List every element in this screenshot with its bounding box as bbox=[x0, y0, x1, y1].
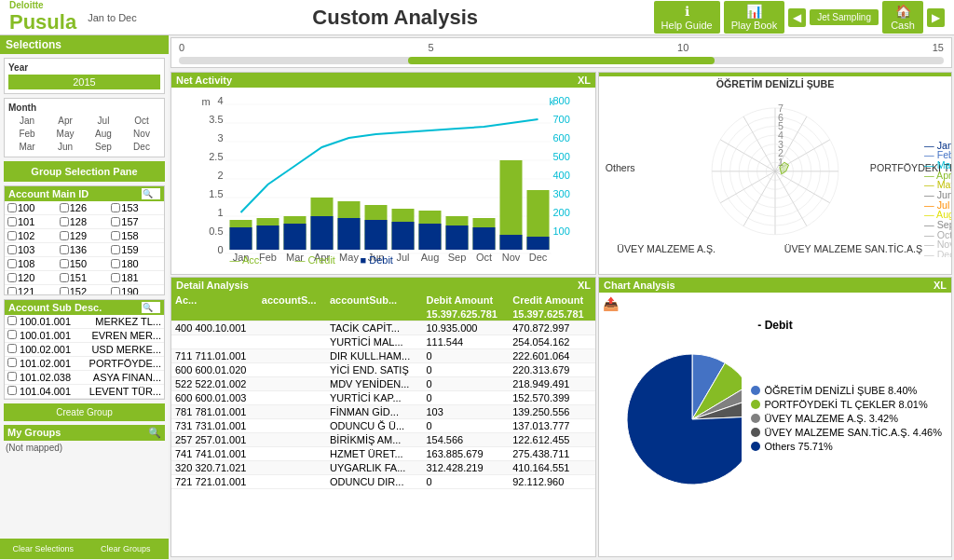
account-checkbox[interactable] bbox=[7, 217, 17, 226]
clear-selections-button[interactable]: Clear Selections bbox=[3, 541, 84, 556]
month-item[interactable]: Jan bbox=[8, 115, 46, 127]
svg-text:May: May bbox=[339, 252, 359, 263]
group-selection-btn[interactable]: Group Selection Pane bbox=[4, 161, 165, 182]
svg-rect-25 bbox=[284, 224, 307, 250]
table-cell: 152.570.399 bbox=[509, 391, 595, 405]
month-item[interactable]: Apr bbox=[47, 115, 84, 127]
account-checkbox[interactable] bbox=[111, 273, 120, 282]
pie-legend: ÖĞRETİM DENİZLİ ŞUBE 8.40%PORTFÖYDEKİ TL… bbox=[751, 385, 942, 455]
month-item[interactable]: May bbox=[47, 128, 84, 140]
table-row: 781 781.01.001FİNMAN GİD...103139.250.55… bbox=[171, 405, 595, 419]
sub-checkbox[interactable] bbox=[7, 386, 17, 395]
table-cell: 220.313.679 bbox=[509, 363, 595, 377]
month-item[interactable]: Dec bbox=[123, 141, 160, 153]
sub-account-name: USD MERKE... bbox=[91, 344, 161, 355]
chart-xl[interactable]: XL bbox=[934, 280, 947, 291]
play-book-button[interactable]: 📊 Play Book bbox=[724, 1, 785, 34]
account-checkbox[interactable] bbox=[7, 273, 17, 282]
table-cell bbox=[258, 405, 326, 419]
detail-xl[interactable]: XL bbox=[578, 280, 591, 291]
account-checkbox[interactable] bbox=[60, 273, 69, 282]
ruler-track[interactable] bbox=[179, 57, 944, 64]
account-checkbox[interactable] bbox=[60, 259, 69, 268]
month-item[interactable]: Feb bbox=[8, 128, 46, 140]
month-item[interactable]: Aug bbox=[85, 128, 122, 140]
pie-svg bbox=[608, 345, 742, 494]
svg-text:Aug: Aug bbox=[421, 252, 440, 263]
sub-checkbox[interactable] bbox=[7, 344, 17, 353]
account-checkbox[interactable] bbox=[7, 245, 17, 254]
account-checkbox[interactable] bbox=[60, 287, 69, 294]
account-row: 100 126 153 bbox=[5, 201, 164, 215]
sub-checkbox[interactable] bbox=[7, 358, 17, 367]
table-row: YURTİCİ MAL...111.544254.054.162 bbox=[171, 335, 595, 349]
account-checkbox[interactable] bbox=[60, 217, 69, 226]
month-item[interactable]: Nov bbox=[123, 128, 160, 140]
my-groups-value: (Not mapped) bbox=[4, 441, 165, 455]
detail-table-scroll[interactable]: Ac...accountS...accountSub...Debit Amoun… bbox=[171, 293, 595, 551]
month-item[interactable]: Oct bbox=[123, 115, 160, 127]
table-cell: 0 bbox=[422, 377, 509, 391]
account-checkbox[interactable] bbox=[7, 203, 17, 212]
account-checkbox[interactable] bbox=[60, 203, 69, 212]
help-guide-button[interactable]: ℹ Help Guide bbox=[654, 1, 720, 34]
account-checkbox[interactable] bbox=[7, 259, 17, 268]
chart-icon: 📊 bbox=[746, 4, 762, 19]
net-activity-xl[interactable]: XL bbox=[578, 75, 591, 86]
ruler-thumb[interactable] bbox=[408, 57, 714, 64]
svg-line-75 bbox=[720, 171, 775, 203]
info-icon: ℹ bbox=[685, 4, 689, 19]
account-checkbox[interactable] bbox=[60, 231, 69, 240]
sub-checkbox[interactable] bbox=[7, 372, 17, 381]
account-checkbox[interactable] bbox=[111, 203, 120, 212]
nav-forward-arrow[interactable]: ▶ bbox=[927, 8, 945, 27]
month-item[interactable]: Mar bbox=[8, 141, 46, 153]
month-item[interactable]: Sep bbox=[85, 141, 122, 153]
table-cell: 312.428.219 bbox=[422, 461, 509, 475]
clear-groups-button[interactable]: Clear Groups bbox=[86, 541, 167, 556]
sub-account-list: 100.01.001MERKEZ TL... 100.01.001EVREN M… bbox=[5, 315, 164, 399]
account-c1: 136 bbox=[60, 244, 110, 255]
legend-dot bbox=[751, 428, 760, 437]
table-row: 721 721.01.001ODUNCU DIR...092.112.960 bbox=[171, 475, 595, 489]
sub-account-id: 100.01.001 bbox=[7, 316, 71, 327]
month-item[interactable]: Jul bbox=[85, 115, 122, 127]
account-checkbox[interactable] bbox=[111, 287, 120, 294]
table-cell bbox=[258, 349, 326, 363]
my-groups-search-icon: 🔍 bbox=[148, 427, 161, 439]
account-c2: 190 bbox=[111, 286, 161, 294]
table-cell: 0 bbox=[422, 475, 509, 489]
svg-text:1.5: 1.5 bbox=[209, 188, 223, 199]
account-checkbox[interactable] bbox=[7, 231, 17, 240]
sub-checkbox[interactable] bbox=[7, 316, 17, 325]
account-search-input[interactable] bbox=[142, 188, 160, 199]
account-checkbox[interactable] bbox=[111, 259, 120, 268]
table-cell: 92.112.960 bbox=[509, 475, 595, 489]
account-checkbox[interactable] bbox=[111, 245, 120, 254]
create-group-button[interactable]: Create Group bbox=[4, 403, 165, 421]
table-total-row: 15.397.625.78115.397.625.781 bbox=[171, 307, 595, 321]
net-activity-panel: Net Activity XL 00.511.522.533.54JanFebM… bbox=[170, 72, 596, 275]
month-item[interactable]: Jun bbox=[47, 141, 84, 153]
chart-analysis-header: Chart Analysis XL bbox=[599, 278, 951, 293]
account-checkbox[interactable] bbox=[7, 287, 17, 294]
nav-back-arrow[interactable]: ◀ bbox=[788, 8, 806, 27]
legend-item: PORTFÖYDEKİ TL ÇEKLER 8.01% bbox=[751, 399, 942, 410]
sidebar-inner: Year 2015 Month JanAprJulOctFebMayAugNov… bbox=[0, 54, 169, 539]
radar-panel: 7654321ÖĞRETİM DENİZLİ ŞUBEPORTFÖYDEKİ T… bbox=[598, 72, 952, 275]
sub-checkbox[interactable] bbox=[7, 330, 17, 339]
jet-sampling-button[interactable]: Jet Sampling bbox=[810, 9, 879, 25]
legend-label: Others 75.71% bbox=[764, 441, 832, 452]
table-cell: 154.566 bbox=[422, 433, 509, 447]
cash-button[interactable]: 🏠 Cash bbox=[882, 1, 923, 34]
account-c1: 128 bbox=[60, 216, 110, 227]
year-selector[interactable]: 2015 bbox=[8, 75, 160, 89]
table-cell: 0 bbox=[422, 391, 509, 405]
svg-rect-46 bbox=[473, 227, 496, 250]
account-sub-search-input[interactable] bbox=[142, 302, 160, 313]
account-checkbox[interactable] bbox=[60, 245, 69, 254]
svg-line-77 bbox=[720, 140, 775, 171]
account-checkbox[interactable] bbox=[111, 231, 120, 240]
chart-export-icon[interactable]: 📤 bbox=[603, 296, 619, 311]
account-checkbox[interactable] bbox=[111, 217, 120, 226]
